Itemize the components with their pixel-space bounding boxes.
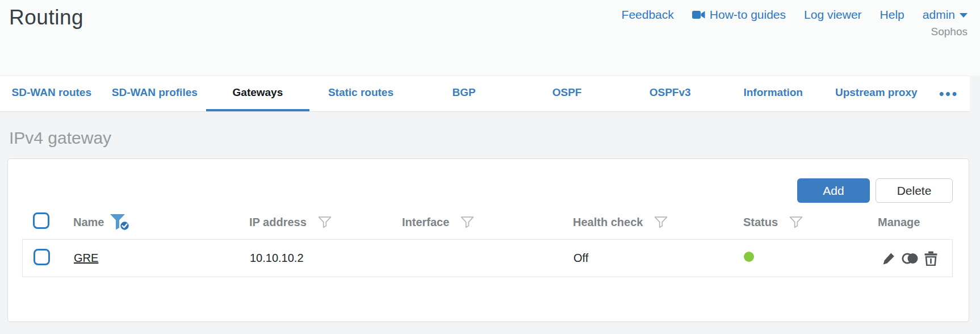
name-column-label: Name [73,216,104,229]
column-header-name: Name [73,214,249,231]
video-camera-icon [692,10,705,19]
header-right: Feedback How-to guides Log viewer Help a… [622,6,968,76]
column-header-ip-address: IP address [249,216,402,229]
brand-label: Sophos [931,26,968,38]
feedback-label: Feedback [622,8,674,22]
select-all-checkbox[interactable] [33,212,49,229]
filter-icon[interactable] [318,216,332,228]
gateway-name-link[interactable]: GRE [74,252,98,264]
how-to-guides-link[interactable]: How-to guides [692,8,786,22]
feedback-link[interactable]: Feedback [622,8,674,22]
status-cell [744,252,878,265]
log-viewer-link[interactable]: Log viewer [804,8,862,22]
page-title: Routing [9,6,83,76]
row-checkbox-cell [23,249,74,268]
edit-icon[interactable] [882,251,897,266]
status-column-label: Status [743,216,778,229]
table-header-row: Name IP address Interface [22,212,953,232]
section-title: IPv4 gateway [9,128,980,148]
clone-icon[interactable] [902,252,919,265]
interface-column-label: Interface [402,216,449,229]
header-checkbox-cell [22,212,73,232]
header-links: Feedback How-to guides Log viewer Help a… [622,8,968,22]
health-check-cell: Off [573,252,744,265]
filter-icon[interactable] [654,216,668,228]
caret-down-icon [960,13,968,18]
tab-ospf[interactable]: OSPF [516,76,619,111]
status-green-dot-icon [744,252,754,262]
help-label: Help [880,8,904,22]
admin-menu[interactable]: admin [923,8,968,22]
tab-bgp[interactable]: BGP [412,76,516,111]
admin-label: admin [923,8,955,22]
filter-active-icon[interactable] [110,214,131,231]
filter-icon[interactable] [789,216,803,228]
ip-address-cell: 10.10.10.2 [250,252,403,265]
filter-icon[interactable] [460,216,474,228]
tab-sd-wan-profiles[interactable]: SD-WAN profiles [103,76,207,111]
row-checkbox[interactable] [33,249,50,265]
health-check-column-label: Health check [573,216,643,229]
add-button[interactable]: Add [797,178,870,203]
gateway-panel: Add Delete Name IP address [7,158,969,322]
manage-cell [878,251,952,266]
delete-button[interactable]: Delete [876,178,953,203]
tab-upstream-proxy[interactable]: Upstream proxy [825,76,928,111]
column-header-status: Status [743,216,878,229]
content-area: IPv4 gateway Add Delete Name [0,128,980,322]
column-header-manage: Manage [878,216,953,229]
manage-column-label: Manage [878,216,920,229]
panel-toolbar: Add Delete [22,178,953,203]
column-header-health-check: Health check [573,216,743,229]
tab-ospfv3[interactable]: OSPFv3 [618,76,722,111]
tab-bar: SD-WAN routes SD-WAN profiles Gateways S… [0,76,970,112]
help-link[interactable]: Help [880,8,904,22]
log-viewer-label: Log viewer [804,8,862,22]
ip-address-column-label: IP address [249,216,307,229]
page-header: Routing Feedback How-to guides Log viewe… [0,0,980,76]
tab-information[interactable]: Information [722,76,825,111]
tab-static-routes[interactable]: Static routes [309,76,413,111]
gateway-name-cell: GRE [74,252,250,265]
column-header-interface: Interface [402,216,573,229]
delete-icon[interactable] [924,251,938,266]
how-to-guides-label: How-to guides [710,8,786,22]
table-row: GRE 10.10.10.2 Off [22,239,953,277]
more-tabs-button[interactable]: ••• [928,76,970,111]
tab-sd-wan-routes[interactable]: SD-WAN routes [0,76,103,111]
tab-gateways[interactable]: Gateways [206,76,309,111]
